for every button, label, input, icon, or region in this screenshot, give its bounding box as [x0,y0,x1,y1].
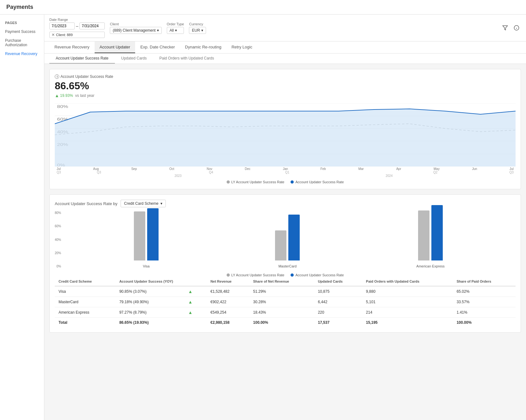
legend-ly-label: LY Account Updater Success Rate [231,180,285,184]
currency-group: Currency EUR ▾ [189,22,206,34]
bar-chart-legend: LY Account Updater Success Rate Account … [55,273,516,277]
nav-tabs: Revenue Recovery Account Updater Exp. Da… [44,41,526,53]
bar-legend-current: Account Updater Success Rate [291,273,344,277]
mc-scheme: MasterCard [55,297,116,307]
x-axis-labels: JulAugSepOctNovDecJanFebMarAprMayJunJul [55,167,516,171]
legend-ly-item: LY Account Updater Success Rate [227,180,285,184]
legend-ly-dot [227,180,230,184]
amex-share-paid: 1.41% [453,307,516,318]
up-arrow-visa: ▲ [188,289,193,294]
chevron-down-icon: ▾ [157,28,159,33]
chevron-down-icon-3: ▾ [201,28,203,33]
bar-legend-current-dot [291,273,294,277]
mc-share-rev: 30.28% [249,297,314,307]
mc-yoy: 79.18% (49.90%) [116,297,185,307]
tab-retry-logic[interactable]: Retry Logic [226,41,257,53]
bar-legend-ly: LY Account Updater Success Rate [227,273,285,277]
mc-paid-orders: 5,101 [362,297,453,307]
date-range-group: Date Range – ✕ Client: 889 [49,18,105,38]
total-scheme: Total [55,318,116,328]
up-arrow-amex: ▲ [188,310,193,315]
client-value: (889) Client Management [113,28,155,33]
bar-chart-y-axis: 80% 60% 40% 20% 0% [55,211,63,268]
mastercard-current-bar [288,215,300,260]
mc-revenue: €902,422 [207,297,249,307]
sub-tab-success-rate[interactable]: Account Updater Success Rate [49,53,115,64]
x-axis-quarter-labels: Q3Q3Q4Q1Q2Q3 [55,171,516,174]
content-area: Date Range – ✕ Client: 889 Client (889) … [44,15,526,420]
client-select[interactable]: (889) Client Management ▾ [110,27,161,34]
bar-chart-card: Account Updater Success Rate by Credit C… [49,194,521,333]
date-end-input[interactable] [79,22,105,29]
legend-current-item: Account Updater Success Rate [291,180,344,184]
col-header-revenue: Net Revenue [207,277,249,286]
filter-icon-button[interactable] [501,23,510,32]
total-share-rev: 100.00% [249,318,314,328]
col-header-share-rev: Share of Net Revenue [249,277,314,286]
total-paid-orders: 15,195 [362,318,453,328]
sub-tab-paid-orders[interactable]: Paid Orders with Updated Cards [153,53,220,64]
visa-paid-orders: 9,880 [362,286,453,297]
svg-marker-15 [55,109,516,166]
mc-updated: 6,442 [314,297,362,307]
amex-arrow: ▲ [185,307,207,318]
visa-revenue: €1,528,482 [207,286,249,297]
filter-actions [501,23,521,32]
tab-revenue-recovery[interactable]: Revenue Recovery [49,41,95,53]
bar-legend-ly-label: LY Account Updater Success Rate [231,273,285,277]
metric-card: ℹ Account Updater Success Rate 86.65% ▲ … [49,69,521,189]
svg-marker-0 [503,26,508,30]
col-header-yoy: Account Updater Success (YOY) [116,277,207,286]
bar-legend-current-label: Account Updater Success Rate [295,273,344,277]
table-row: Visa 90.85% (3.07%) ▲ €1,528,482 51.29% … [55,286,516,297]
client-label: Client [110,22,161,26]
bar-chart-title: Account Updater Success Rate by [55,201,117,206]
sub-tabs: Account Updater Success Rate Updated Car… [44,53,526,64]
info-icon-button[interactable] [512,23,521,32]
sidebar-item-revenue-recovery[interactable]: Revenue Recovery [0,49,44,58]
bar-legend-ly-dot [227,273,230,277]
bar-group-visa: Visa [134,208,159,268]
amex-ly-bar [418,210,429,260]
metric-change: ▲ 19.93% vs last year [55,93,516,98]
metric-change-label: vs last year [75,93,95,98]
sidebar-item-purchase-auth[interactable]: Purchase Authorization [0,36,44,49]
amex-label: American Express [416,264,445,268]
sub-tab-updated-cards[interactable]: Updated Cards [115,53,153,64]
legend-current-dot [291,180,294,184]
bar-chart-wrapper: 80% 60% 40% 20% 0% [55,211,516,271]
amex-share-rev: 18.43% [249,307,314,318]
col-header-scheme: Credit Card Scheme [55,277,116,286]
date-range-label: Date Range [49,18,105,22]
total-updated: 17,537 [314,318,362,328]
bar-chart-groups: Visa MasterCard [63,211,516,268]
svg-text:80%: 80% [57,104,68,109]
mastercard-ly-bar [275,230,286,260]
table-row: MasterCard 79.18% (49.90%) ▲ €902,422 30… [55,297,516,307]
tab-account-updater[interactable]: Account Updater [95,41,135,53]
credit-card-scheme-dropdown[interactable]: Credit Card Scheme ▾ [121,200,166,207]
close-tag-icon[interactable]: ✕ [52,33,55,37]
metric-info-icon[interactable]: ℹ [55,74,59,79]
col-header-updated: Updated Cards [314,277,362,286]
x-axis-year-labels: 2023 2024 [55,174,516,178]
currency-select[interactable]: EUR ▾ [189,27,206,34]
date-start-input[interactable] [49,22,75,29]
tab-dynamic-rerouting[interactable]: Dynamic Re-routing [180,41,227,53]
visa-yoy: 90.85% (3.07%) [116,286,185,297]
tab-exp-date-checker[interactable]: Exp. Date Checker [135,41,180,53]
mc-share-paid: 33.57% [453,297,516,307]
col-header-paid-orders: Paid Orders with Updated Cards [362,277,453,286]
line-chart-svg: 80% 60% 40% 20% 0% [55,103,516,166]
sidebar-item-payment-success[interactable]: Payment Success [0,27,44,36]
order-type-label: Order Type [167,22,184,26]
amex-scheme: American Express [55,307,116,318]
app-title: Payments [6,4,520,10]
order-type-group: Order Type All ▾ [167,22,184,34]
col-header-share-paid: Share of Paid Orders [453,277,516,286]
order-type-select[interactable]: All ▾ [167,27,184,34]
total-share-paid: 100.00% [453,318,516,328]
mc-arrow: ▲ [185,297,207,307]
currency-label: Currency [189,22,206,26]
amex-updated: 220 [314,307,362,318]
